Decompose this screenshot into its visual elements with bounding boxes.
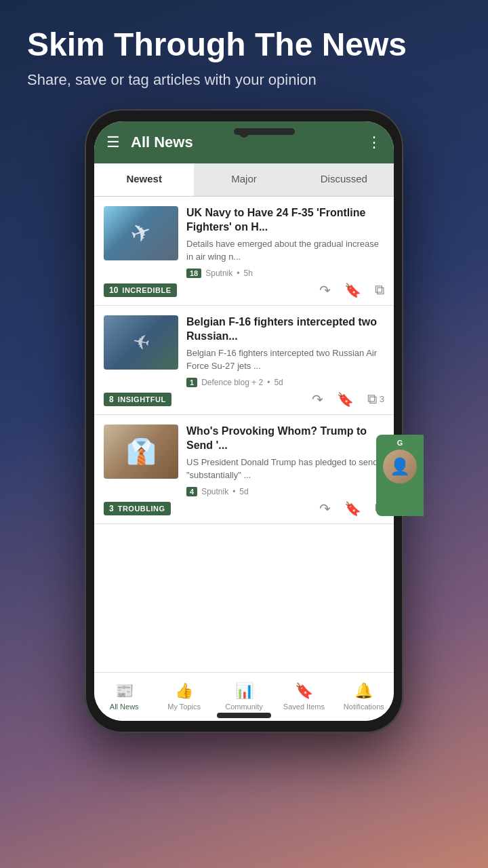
nav-label-my-topics: My Topics (167, 703, 201, 711)
app-header-title: All News (131, 134, 367, 151)
news-actions: 3 TROUBLING ↷ 🔖 ⧉ (94, 496, 394, 524)
reaction-count: 10 (109, 285, 118, 295)
news-meta: 4 Sputnik • 5d (186, 487, 384, 496)
news-meta: 18 Sputnik • 5h (186, 269, 384, 278)
bookmark-button[interactable]: 🔖 (344, 282, 361, 298)
share-button[interactable]: ↷ (319, 500, 331, 517)
news-actions: 10 INCREDIBLE ↷ 🔖 ⧉ (94, 278, 394, 305)
reaction-badge[interactable]: 3 TROUBLING (104, 502, 171, 515)
news-time: 5d (274, 378, 283, 387)
nav-item-community[interactable]: 📊 Community (214, 682, 274, 711)
source-count-badge: 4 (186, 487, 197, 496)
news-dot: • (267, 378, 270, 387)
copy-button[interactable]: ⧉ 3 (367, 391, 384, 407)
news-source: Sputnik (201, 487, 228, 496)
news-item: Belgian F-16 fighters intercepted two Ru… (94, 306, 394, 415)
reaction-label: INSIGHTFUL (118, 395, 166, 403)
reaction-badge[interactable]: 8 INSIGHTFUL (104, 393, 171, 406)
news-item: Who's Provoking Whom? Trump to Send '...… (94, 415, 394, 524)
tab-major[interactable]: Major (194, 163, 293, 196)
phone-home-button (217, 713, 271, 718)
news-title[interactable]: Who's Provoking Whom? Trump to Send '... (186, 425, 384, 453)
nav-item-my-topics[interactable]: 👍 My Topics (154, 682, 214, 711)
action-buttons: ↷ 🔖 ⧉ (319, 282, 384, 298)
phone-speaker (234, 128, 295, 135)
reaction-count: 8 (109, 395, 114, 404)
news-summary: Belgian F-16 fighters intercepted two Ru… (186, 347, 384, 372)
news-title[interactable]: UK Navy to Have 24 F-35 'Frontline Fight… (186, 206, 384, 235)
share-button[interactable]: ↷ (312, 391, 323, 408)
nav-item-notifications[interactable]: 🔔 Notifications (334, 682, 394, 711)
news-text-block: Who's Provoking Whom? Trump to Send '...… (186, 425, 384, 496)
copy-button[interactable]: ⧉ (375, 282, 384, 298)
phone-mockup: ☰ All News ⋮ Newest Major Discussed UK N… (85, 109, 403, 747)
action-buttons: ↷ 🔖 ⧉ 3 (312, 391, 384, 408)
news-source: Sputnik (205, 269, 232, 278)
reaction-badge[interactable]: 10 INCREDIBLE (104, 283, 177, 297)
news-text-block: UK Navy to Have 24 F-35 'Frontline Fight… (186, 206, 384, 278)
tab-newest[interactable]: Newest (94, 163, 194, 196)
peek-card: G 👤 (376, 435, 424, 516)
news-dot: • (237, 269, 239, 278)
phone-screen: ☰ All News ⋮ Newest Major Discussed UK N… (94, 121, 394, 721)
nav-label-community: Community (225, 703, 263, 711)
news-summary: Details have emerged about the gradual i… (186, 238, 384, 262)
peek-label: G (394, 435, 406, 450)
page-header: Skim Through The News Share, save or tag… (0, 0, 488, 102)
community-icon: 📊 (235, 682, 253, 700)
news-actions: 8 INSIGHTFUL ↷ 🔖 ⧉ 3 (94, 387, 394, 414)
news-item: UK Navy to Have 24 F-35 'Frontline Fight… (94, 197, 394, 306)
news-source: Defence blog + 2 (201, 378, 263, 387)
action-buttons: ↷ 🔖 ⧉ (319, 500, 384, 517)
phone-shell: ☰ All News ⋮ Newest Major Discussed UK N… (85, 109, 403, 733)
news-thumbnail (104, 206, 178, 260)
news-list: UK Navy to Have 24 F-35 'Frontline Fight… (94, 197, 394, 672)
bookmark-button[interactable]: 🔖 (344, 500, 361, 517)
nav-label-notifications: Notifications (344, 703, 384, 711)
news-title[interactable]: Belgian F-16 fighters intercepted two Ru… (186, 315, 384, 344)
news-time: 5h (243, 269, 252, 278)
nav-label-all-news: All News (110, 703, 139, 711)
news-summary: US President Donald Trump has pledged to… (186, 456, 384, 481)
more-options-icon[interactable]: ⋮ (367, 134, 382, 151)
source-count-badge: 18 (186, 269, 201, 278)
reaction-count: 3 (109, 504, 114, 513)
bookmark-button[interactable]: 🔖 (337, 391, 354, 408)
all-news-icon: 📰 (115, 682, 134, 700)
filter-tabs: Newest Major Discussed (94, 163, 394, 197)
notifications-icon: 🔔 (354, 682, 373, 700)
nav-item-saved-items[interactable]: 🔖 Saved Items (274, 682, 333, 711)
peek-avatar: 👤 (383, 450, 417, 484)
page-title: Skim Through The News (27, 27, 461, 63)
news-thumbnail (104, 315, 178, 370)
reaction-label: INCREDIBLE (122, 286, 171, 294)
nav-item-all-news[interactable]: 📰 All News (94, 682, 154, 711)
news-text-block: Belgian F-16 fighters intercepted two Ru… (186, 315, 384, 387)
news-dot: • (232, 487, 235, 496)
hamburger-menu-icon[interactable]: ☰ (106, 134, 120, 151)
news-meta: 1 Defence blog + 2 • 5d (186, 378, 384, 387)
page-subtitle: Share, save or tag articles with your op… (27, 71, 461, 89)
tab-discussed[interactable]: Discussed (294, 163, 394, 196)
nav-label-saved-items: Saved Items (283, 703, 325, 711)
my-topics-icon: 👍 (175, 682, 193, 700)
saved-items-icon: 🔖 (295, 682, 313, 700)
news-time: 5d (239, 487, 248, 496)
share-button[interactable]: ↷ (319, 282, 331, 298)
news-thumbnail (104, 425, 178, 479)
source-count-badge: 1 (186, 378, 197, 387)
reaction-label: TROUBLING (118, 505, 165, 513)
